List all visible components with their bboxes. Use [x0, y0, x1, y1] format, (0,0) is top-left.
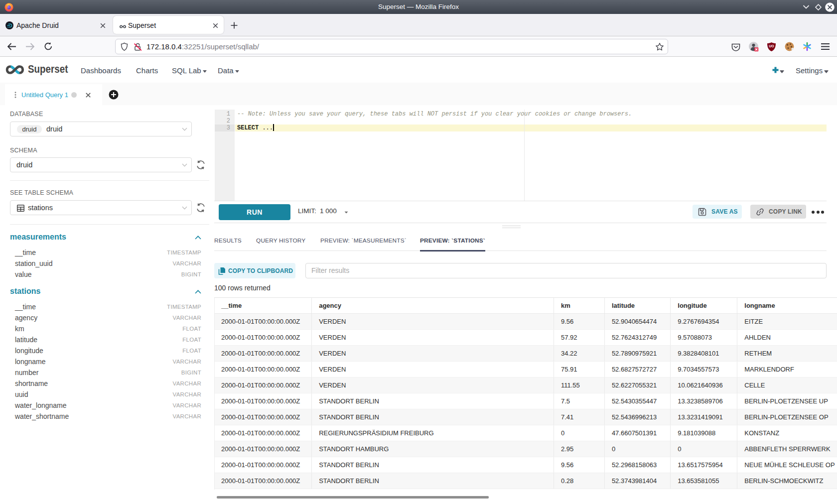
- svg-text:UO: UO: [769, 44, 774, 48]
